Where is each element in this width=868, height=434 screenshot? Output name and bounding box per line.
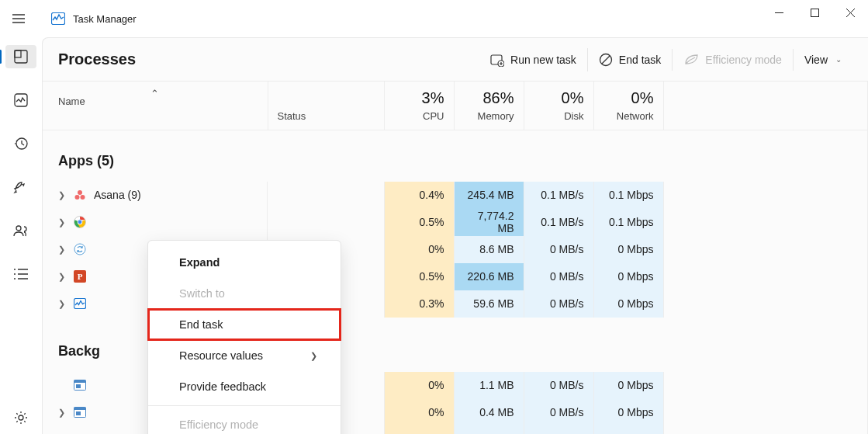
expand-chevron-icon[interactable]: ❯ (58, 217, 66, 227)
svg-rect-1 (811, 9, 818, 16)
cpu-cell: 0.5% (384, 209, 454, 236)
disk-cell: 0 MB/s (524, 290, 593, 318)
table-row[interactable]: ❯0.5%7,774.2 MB0.1 MB/s0.1 Mbps (43, 209, 868, 236)
svg-text:P: P (78, 272, 83, 281)
overflow-cell (663, 290, 868, 318)
ctx-efficiency-mode: Efficiency mode (148, 409, 341, 434)
svg-rect-3 (15, 50, 21, 57)
network-cell: 0 Mbps (593, 399, 663, 426)
expand-chevron-icon[interactable]: ❯ (58, 299, 66, 309)
col-mem-label: Memory (478, 110, 514, 122)
network-cell: 0.1 Mbps (593, 182, 663, 209)
cpu-cell: 0% (384, 372, 454, 399)
ctx-switch-label: Switch to (179, 287, 225, 300)
ctx-switch-to: Switch to (148, 278, 341, 309)
cpu-cell: 0% (384, 236, 454, 263)
svg-point-17 (78, 220, 82, 224)
col-disk-label: Disk (564, 110, 583, 122)
nav-startup[interactable] (5, 175, 36, 199)
col-name-label: Name (58, 95, 85, 107)
nav-settings[interactable] (5, 406, 36, 429)
app-title: Task Manager (73, 13, 137, 25)
cpu-cell: 0.4% (384, 182, 454, 209)
disk-cell: 0.1 MB/s (524, 209, 593, 236)
efficiency-button: Efficiency mode (672, 49, 793, 71)
network-cell: 0 Mbps (593, 236, 663, 263)
svg-rect-23 (74, 380, 86, 384)
disk-cell: 0 MB/s (524, 263, 593, 290)
nav-details[interactable] (5, 262, 36, 286)
memory-cell: 220.6 MB (454, 263, 524, 290)
overflow-cell (663, 399, 868, 426)
leaf-icon (683, 54, 699, 66)
col-net-label: Network (617, 110, 654, 122)
col-mem-pct: 86% (464, 89, 514, 107)
svg-rect-24 (76, 384, 81, 388)
ctx-resource-label: Resource values (179, 349, 263, 362)
end-task-label: End task (619, 54, 661, 66)
taskmanager-icon (51, 12, 65, 26)
disk-cell: 0 MB/s (524, 372, 593, 399)
cpu-cell: 0.5% (384, 263, 454, 290)
overflow-cell (663, 426, 868, 435)
col-network[interactable]: 0%Network (593, 82, 663, 130)
col-disk-pct: 0% (534, 89, 584, 107)
ppt-icon: P (74, 270, 86, 283)
col-overflow (663, 82, 868, 130)
disk-cell: 0.1 MB/s (524, 182, 593, 209)
nav-performance[interactable] (5, 89, 36, 112)
col-name[interactable]: ⌃ Name (43, 82, 268, 130)
nav-processes[interactable] (5, 45, 36, 68)
table-row[interactable]: ❯Asana (9)0.4%245.4 MB0.1 MB/s0.1 Mbps (43, 182, 868, 209)
nav-history[interactable] (5, 132, 36, 155)
svg-point-18 (74, 244, 85, 255)
titlebar: Task Manager (0, 0, 868, 37)
network-cell: 0 Mbps (593, 372, 663, 399)
svg-point-13 (81, 195, 85, 200)
ctx-end-task[interactable]: End task (148, 309, 341, 340)
ctx-eff-label: Efficiency mode (179, 418, 258, 431)
asana-icon (74, 189, 86, 201)
close-button[interactable] (832, 0, 868, 25)
svg-rect-4 (15, 94, 27, 106)
col-disk[interactable]: 0%Disk (524, 82, 593, 130)
maximize-button[interactable] (797, 0, 832, 25)
col-cpu-label: CPU (423, 110, 444, 122)
overflow-cell (663, 263, 868, 290)
ctx-feedback-label: Provide feedback (179, 380, 266, 393)
svg-rect-27 (76, 411, 81, 415)
overflow-cell (663, 209, 868, 236)
status-cell (268, 182, 384, 209)
memory-cell: 1.1 MB (454, 372, 524, 399)
svg-point-12 (75, 195, 80, 200)
overflow-cell (663, 236, 868, 263)
memory-cell: 8.6 MB (454, 236, 524, 263)
run-new-task-button[interactable]: Run new task (479, 48, 587, 71)
view-dropdown[interactable]: View ⌄ (793, 49, 852, 71)
end-task-button[interactable]: End task (587, 48, 672, 71)
expand-chevron-icon[interactable]: ❯ (58, 408, 66, 418)
ctx-provide-feedback[interactable]: Provide feedback (148, 371, 341, 402)
memory-cell: 7,774.2 MB (454, 209, 524, 236)
expand-chevron-icon[interactable]: ❯ (58, 190, 66, 200)
hamburger-button[interactable] (0, 0, 37, 37)
col-cpu[interactable]: 3%CPU (384, 82, 454, 130)
col-status[interactable]: Status (268, 82, 384, 130)
ctx-expand[interactable]: Expand (148, 247, 341, 278)
svg-point-11 (78, 190, 82, 195)
toolbar: Processes Run new task End task Efficien… (43, 38, 868, 82)
cpu-cell: 0% (384, 399, 454, 426)
memory-cell: 1.2 MB (454, 426, 524, 435)
ctx-resource-values[interactable]: Resource values❯ (148, 340, 341, 371)
disk-cell: 0 MB/s (524, 426, 593, 435)
col-memory[interactable]: 86%Memory (454, 82, 524, 130)
view-label: View (804, 54, 828, 66)
minimize-button[interactable] (761, 0, 797, 25)
expand-chevron-icon[interactable]: ❯ (58, 272, 66, 282)
nav-users[interactable] (5, 219, 36, 242)
expand-chevron-icon[interactable]: ❯ (58, 245, 66, 255)
svg-point-7 (19, 415, 23, 420)
chevron-right-icon: ❯ (310, 351, 317, 361)
status-cell (268, 209, 384, 236)
cpu-cell: 0% (384, 426, 454, 435)
